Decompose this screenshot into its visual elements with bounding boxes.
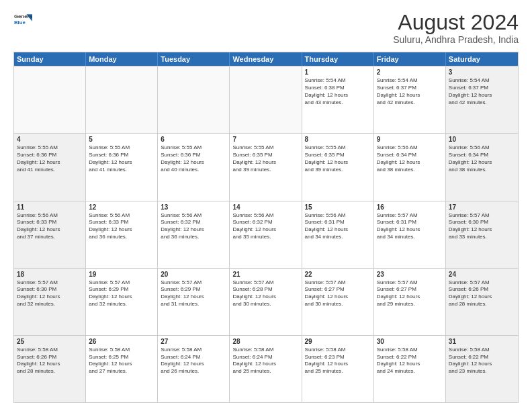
day-cell-9: 9Sunrise: 5:56 AM Sunset: 6:34 PM Daylig… [374,134,446,200]
day-header-wednesday: Wednesday [230,52,302,66]
calendar-header: SundayMondayTuesdayWednesdayThursdayFrid… [14,52,518,66]
day-number: 31 [449,338,515,345]
day-detail: Sunrise: 5:58 AM Sunset: 6:24 PM Dayligh… [232,347,298,375]
day-header-monday: Monday [86,52,158,66]
day-number: 4 [17,136,83,143]
empty-cell [86,66,158,133]
day-number: 22 [305,271,371,278]
day-detail: Sunrise: 5:55 AM Sunset: 6:35 PM Dayligh… [305,144,371,173]
day-header-thursday: Thursday [302,52,374,66]
day-header-tuesday: Tuesday [158,52,230,66]
day-number: 20 [161,271,226,278]
day-number: 3 [449,68,515,76]
day-number: 30 [377,338,443,345]
day-detail: Sunrise: 5:58 AM Sunset: 6:24 PM Dayligh… [161,347,226,375]
day-cell-19: 19Sunrise: 5:57 AM Sunset: 6:29 PM Dayli… [86,269,158,335]
day-cell-22: 22Sunrise: 5:57 AM Sunset: 6:27 PM Dayli… [302,269,374,335]
day-detail: Sunrise: 5:56 AM Sunset: 6:31 PM Dayligh… [305,212,371,241]
empty-cell [14,66,86,133]
calendar-body: 1Sunrise: 5:54 AM Sunset: 6:38 PM Daylig… [14,66,518,402]
header: General Blue August 2024 Suluru, Andhra … [13,11,519,45]
day-detail: Sunrise: 5:54 AM Sunset: 6:38 PM Dayligh… [305,77,371,106]
day-number: 2 [377,68,443,76]
page: General Blue August 2024 Suluru, Andhra … [0,0,532,411]
logo-icon: General Blue [13,11,32,30]
day-detail: Sunrise: 5:55 AM Sunset: 6:35 PM Dayligh… [232,144,298,173]
day-number: 18 [17,271,83,278]
empty-cell [158,66,230,133]
day-detail: Sunrise: 5:57 AM Sunset: 6:27 PM Dayligh… [305,279,371,308]
day-detail: Sunrise: 5:57 AM Sunset: 6:26 PM Dayligh… [449,279,515,308]
day-cell-10: 10Sunrise: 5:56 AM Sunset: 6:34 PM Dayli… [446,134,518,200]
day-cell-14: 14Sunrise: 5:56 AM Sunset: 6:32 PM Dayli… [230,201,302,268]
day-number: 19 [89,271,154,278]
day-number: 15 [305,203,371,211]
day-number: 8 [305,136,371,143]
logo: General Blue [13,11,32,30]
day-header-saturday: Saturday [446,52,518,66]
day-detail: Sunrise: 5:56 AM Sunset: 6:33 PM Dayligh… [17,212,83,241]
day-number: 5 [89,136,154,143]
day-number: 12 [89,203,154,211]
calendar: SundayMondayTuesdayWednesdayThursdayFrid… [13,52,519,403]
day-cell-27: 27Sunrise: 5:58 AM Sunset: 6:24 PM Dayli… [158,336,230,402]
day-detail: Sunrise: 5:56 AM Sunset: 6:33 PM Dayligh… [89,212,154,241]
day-detail: Sunrise: 5:58 AM Sunset: 6:23 PM Dayligh… [305,347,371,375]
day-detail: Sunrise: 5:58 AM Sunset: 6:26 PM Dayligh… [17,347,83,375]
day-number: 24 [449,271,515,278]
day-cell-25: 25Sunrise: 5:58 AM Sunset: 6:26 PM Dayli… [14,336,86,402]
day-cell-24: 24Sunrise: 5:57 AM Sunset: 6:26 PM Dayli… [446,269,518,335]
day-detail: Sunrise: 5:57 AM Sunset: 6:28 PM Dayligh… [232,279,298,308]
day-number: 28 [232,338,298,345]
week-row-3: 11Sunrise: 5:56 AM Sunset: 6:33 PM Dayli… [14,201,518,268]
day-cell-29: 29Sunrise: 5:58 AM Sunset: 6:23 PM Dayli… [302,336,374,402]
day-cell-17: 17Sunrise: 5:57 AM Sunset: 6:30 PM Dayli… [446,201,518,268]
day-number: 14 [232,203,298,211]
day-detail: Sunrise: 5:56 AM Sunset: 6:34 PM Dayligh… [377,144,443,173]
day-header-friday: Friday [374,52,446,66]
day-cell-30: 30Sunrise: 5:58 AM Sunset: 6:22 PM Dayli… [374,336,446,402]
day-detail: Sunrise: 5:57 AM Sunset: 6:29 PM Dayligh… [161,279,226,308]
day-cell-5: 5Sunrise: 5:55 AM Sunset: 6:36 PM Daylig… [86,134,158,200]
day-cell-23: 23Sunrise: 5:57 AM Sunset: 6:27 PM Dayli… [374,269,446,335]
day-number: 16 [377,203,443,211]
svg-text:General: General [14,13,32,19]
week-row-1: 1Sunrise: 5:54 AM Sunset: 6:38 PM Daylig… [14,66,518,133]
day-detail: Sunrise: 5:57 AM Sunset: 6:30 PM Dayligh… [17,279,83,308]
day-cell-15: 15Sunrise: 5:56 AM Sunset: 6:31 PM Dayli… [302,201,374,268]
day-detail: Sunrise: 5:57 AM Sunset: 6:30 PM Dayligh… [449,212,515,241]
title-block: August 2024 Suluru, Andhra Pradesh, Indi… [393,11,519,45]
day-header-sunday: Sunday [14,52,86,66]
week-row-2: 4Sunrise: 5:55 AM Sunset: 6:36 PM Daylig… [14,133,518,200]
week-row-4: 18Sunrise: 5:57 AM Sunset: 6:30 PM Dayli… [14,268,518,335]
day-number: 1 [305,68,371,76]
day-cell-7: 7Sunrise: 5:55 AM Sunset: 6:35 PM Daylig… [230,134,302,200]
day-detail: Sunrise: 5:55 AM Sunset: 6:36 PM Dayligh… [17,144,83,173]
day-detail: Sunrise: 5:57 AM Sunset: 6:31 PM Dayligh… [377,212,443,241]
day-number: 9 [377,136,443,143]
day-cell-18: 18Sunrise: 5:57 AM Sunset: 6:30 PM Dayli… [14,269,86,335]
svg-text:Blue: Blue [14,19,26,26]
main-title: August 2024 [393,11,519,34]
day-cell-8: 8Sunrise: 5:55 AM Sunset: 6:35 PM Daylig… [302,134,374,200]
day-number: 27 [161,338,226,345]
day-detail: Sunrise: 5:56 AM Sunset: 6:32 PM Dayligh… [232,212,298,241]
day-detail: Sunrise: 5:57 AM Sunset: 6:27 PM Dayligh… [377,279,443,308]
day-cell-4: 4Sunrise: 5:55 AM Sunset: 6:36 PM Daylig… [14,134,86,200]
day-cell-20: 20Sunrise: 5:57 AM Sunset: 6:29 PM Dayli… [158,269,230,335]
day-cell-28: 28Sunrise: 5:58 AM Sunset: 6:24 PM Dayli… [230,336,302,402]
day-detail: Sunrise: 5:55 AM Sunset: 6:36 PM Dayligh… [161,144,226,173]
day-number: 26 [89,338,154,345]
day-number: 25 [17,338,83,345]
day-number: 29 [305,338,371,345]
subtitle: Suluru, Andhra Pradesh, India [393,34,519,45]
day-number: 23 [377,271,443,278]
day-number: 11 [17,203,83,211]
day-detail: Sunrise: 5:56 AM Sunset: 6:34 PM Dayligh… [449,144,515,173]
day-detail: Sunrise: 5:58 AM Sunset: 6:22 PM Dayligh… [449,347,515,375]
day-cell-3: 3Sunrise: 5:54 AM Sunset: 6:37 PM Daylig… [446,66,518,133]
day-cell-2: 2Sunrise: 5:54 AM Sunset: 6:37 PM Daylig… [374,66,446,133]
day-number: 10 [449,136,515,143]
day-number: 7 [232,136,298,143]
day-detail: Sunrise: 5:57 AM Sunset: 6:29 PM Dayligh… [89,279,154,308]
